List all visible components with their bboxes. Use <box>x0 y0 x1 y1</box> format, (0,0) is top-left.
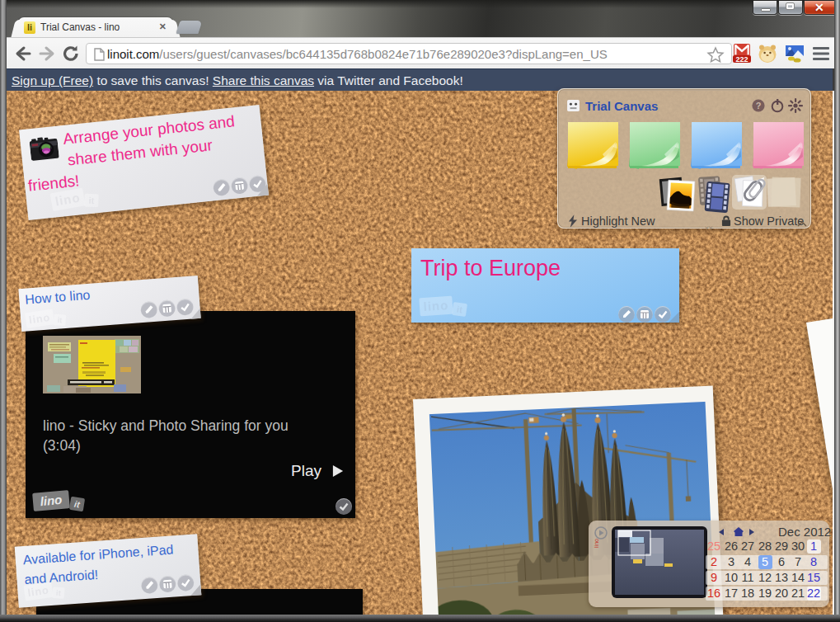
svg-text:222: 222 <box>735 55 748 64</box>
svg-text:?: ? <box>756 101 762 111</box>
